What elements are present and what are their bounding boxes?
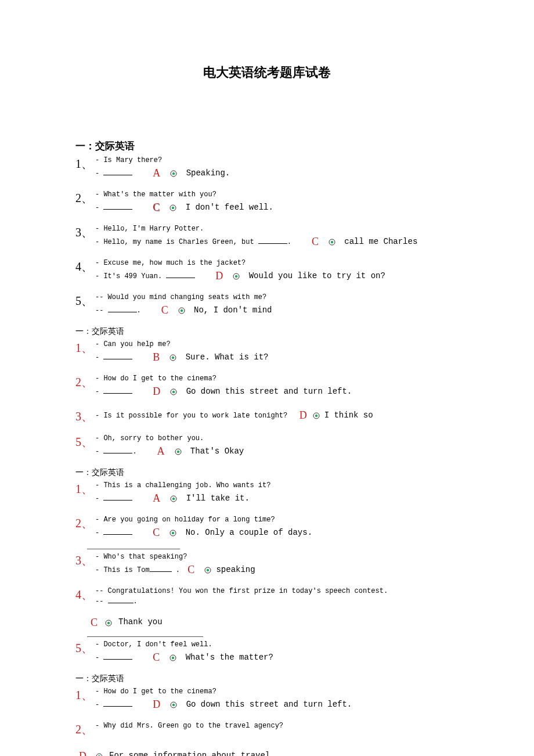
blank-field	[150, 565, 172, 572]
question-number: 5、	[75, 292, 95, 309]
blank-field	[103, 700, 132, 707]
question-body: - Hello, I'm Harry Potter.- Hello, my na…	[95, 224, 455, 250]
svg-point-3	[172, 206, 174, 208]
blank-field	[103, 203, 132, 210]
question-body: - Who's that speaking?- This is Tom . C …	[95, 552, 455, 578]
question-item: 1、- This is a challenging job. Who wants…	[75, 480, 459, 506]
question-number: 2、	[75, 514, 95, 532]
answer-text: No. Only a couple of days.	[186, 528, 312, 537]
answer-text: I think so	[324, 411, 373, 420]
answer-letter: D	[79, 748, 86, 756]
question-item: 5、-- Would you mind changing seats with …	[75, 292, 459, 318]
answer-text: I don't feel well.	[186, 203, 273, 212]
exam-content: 一：交际英语1、- Is Mary there?- A Speaking.2、-…	[75, 139, 459, 756]
answer-text: call me Charles	[344, 237, 417, 246]
radio-selected-icon	[170, 701, 177, 708]
answer-letter: D	[215, 268, 223, 284]
question-item: 3、- Is it possible for you to work late …	[75, 408, 459, 425]
page-title: 电大英语统考题库试卷	[75, 64, 459, 81]
question-item: 3、- Hello, I'm Harry Potter.- Hello, my …	[75, 224, 459, 250]
section-heading: 一：交际英语	[75, 326, 459, 337]
question-number: 2、	[75, 373, 95, 391]
question-body: -- Would you mind changing seats with me…	[95, 292, 455, 318]
question-item: 1、- Can you help me?- B Sure. What is it…	[75, 339, 459, 365]
blank-field	[108, 305, 137, 312]
question-number: 1、	[75, 339, 95, 357]
answer-letter: D	[300, 408, 307, 423]
answer-text: Sure. What is it?	[186, 352, 269, 362]
question-number: 1、	[75, 686, 95, 704]
blank-field	[103, 168, 132, 175]
radio-selected-icon	[169, 204, 176, 211]
svg-point-9	[181, 309, 183, 311]
question-number: 1、	[75, 155, 95, 172]
svg-point-27	[172, 656, 174, 658]
radio-selected-icon	[329, 239, 335, 246]
answer-text: Go down this street and turn left.	[186, 387, 352, 396]
blank-field	[258, 237, 287, 244]
answer-text: Would you like to try it on?	[249, 271, 385, 280]
answer-text: For some information about travel.	[109, 751, 275, 756]
question-item: 4、-- Congratulations! You won the first …	[75, 586, 459, 607]
answer-row: C Thank you	[87, 615, 459, 631]
question-item: 2、- Why did Mrs. Green go to the travel …	[75, 721, 459, 738]
question-number: 4、	[75, 586, 95, 603]
question-number: 3、	[75, 224, 95, 241]
svg-point-7	[235, 275, 237, 277]
question-number: 2、	[75, 721, 95, 738]
question-body: - Excuse me, how much is the jacket?- It…	[95, 258, 455, 284]
blank-field	[166, 271, 195, 278]
question-number: 3、	[75, 408, 95, 425]
svg-point-23	[207, 568, 209, 571]
question-item: 1、- Is Mary there?- A Speaking.	[75, 155, 459, 181]
answer-letter: C	[187, 562, 194, 578]
question-body: - Is it possible for you to work late to…	[95, 408, 455, 423]
radio-selected-icon	[96, 753, 103, 757]
answer-letter: C	[153, 525, 160, 541]
question-body: - How do I get to the cinema?- D Go down…	[95, 686, 455, 712]
radio-selected-icon	[175, 448, 182, 455]
question-item: 2、- How do I get to the cinema?- D Go do…	[75, 373, 459, 399]
svg-point-17	[176, 450, 179, 452]
answer-letter: D	[153, 697, 160, 712]
separator-line	[87, 636, 203, 637]
question-item: 3、- Who's that speaking?- This is Tom . …	[75, 552, 459, 578]
question-body: - What's the matter with you?- CC I don'…	[95, 189, 455, 215]
answer-letter: C	[312, 234, 319, 250]
answer-letter: A	[153, 165, 160, 181]
answer-letter: B	[153, 350, 160, 365]
radio-selected-icon	[233, 273, 240, 280]
separator-line	[87, 549, 180, 549]
question-body: - Are you going on holiday for a long ti…	[95, 514, 455, 541]
answer-text: That's Okay	[190, 447, 244, 456]
svg-point-1	[172, 172, 175, 174]
svg-point-15	[315, 414, 317, 416]
answer-letter: CC	[153, 200, 160, 215]
blank-field	[103, 387, 132, 394]
question-number: 2、	[75, 189, 95, 207]
blank-field	[108, 596, 134, 603]
svg-point-29	[172, 703, 175, 705]
question-item: 2、- What's the matter with you?- CC I do…	[75, 189, 459, 215]
radio-selected-icon	[204, 567, 211, 574]
question-item: 2、- Are you going on holiday for a long …	[75, 514, 459, 541]
svg-point-19	[172, 497, 175, 499]
exam-page: 电大英语统考题库试卷 一：交际英语1、- Is Mary there?- A S…	[0, 0, 534, 756]
question-body: - This is a challenging job. Who wants i…	[95, 480, 455, 506]
radio-selected-icon	[178, 307, 185, 314]
question-body: - Is Mary there?- A Speaking.	[95, 155, 455, 181]
answer-text: What's the matter?	[186, 653, 273, 662]
answer-letter: C	[161, 303, 168, 318]
svg-point-11	[172, 356, 174, 358]
svg-point-25	[107, 621, 110, 624]
section-heading: 一：交际英语	[75, 674, 459, 684]
radio-selected-icon	[169, 530, 176, 537]
radio-selected-icon	[169, 654, 176, 661]
answer-letter: C	[91, 615, 98, 631]
radio-selected-icon	[313, 412, 320, 419]
question-item: 4、- Excuse me, how much is the jacket?- …	[75, 258, 459, 284]
blank-field	[103, 447, 132, 453]
answer-text: No, I don't mind	[194, 305, 272, 315]
question-number: 4、	[75, 258, 95, 275]
question-body: - Why did Mrs. Green go to the travel ag…	[95, 721, 455, 731]
